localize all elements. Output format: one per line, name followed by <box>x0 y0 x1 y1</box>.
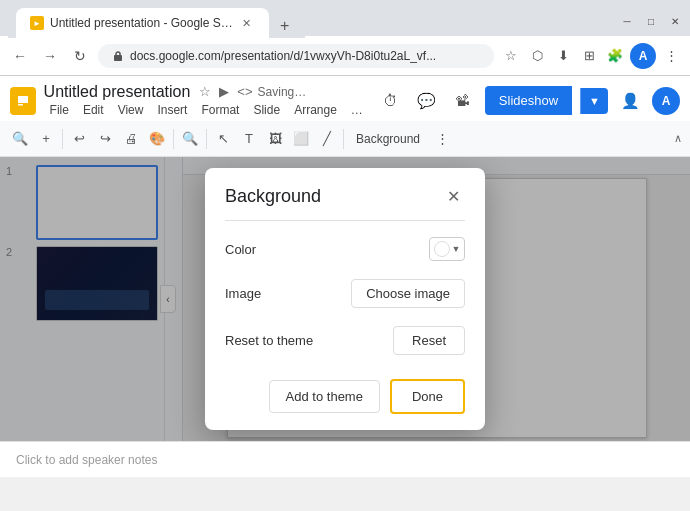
slideshow-button[interactable]: Slideshow <box>485 86 572 115</box>
tab-favicon: ► <box>30 16 44 30</box>
menu-format[interactable]: Format <box>195 101 245 119</box>
menu-arrange[interactable]: Arrange <box>288 101 343 119</box>
background-dialog: Background ✕ Color ▼ <box>205 168 485 430</box>
modal-title: Background <box>225 186 321 207</box>
zoom-out-btn[interactable]: 🔍 <box>8 127 32 151</box>
slides-logo-icon <box>15 93 31 109</box>
tab-title: Untitled presentation - Google S… <box>50 16 233 30</box>
star-icon[interactable]: ☆ <box>196 82 214 101</box>
reset-button[interactable]: Reset <box>393 326 465 355</box>
svg-rect-2 <box>18 96 28 103</box>
user-avatar[interactable]: A <box>652 87 680 115</box>
speaker-notes-placeholder: Click to add speaker notes <box>16 453 157 467</box>
puzzle-icon[interactable]: 🧩 <box>604 45 626 67</box>
choose-image-button[interactable]: Choose image <box>351 279 465 308</box>
slides-logo <box>10 87 36 115</box>
extensions-icon[interactable]: ⊞ <box>578 45 600 67</box>
color-picker-button[interactable]: ▼ <box>429 237 465 261</box>
maximize-button[interactable]: □ <box>644 14 658 28</box>
menu-more[interactable]: … <box>345 101 369 119</box>
format-toolbar: 🔍 + ↩ ↪ 🖨 🎨 🔍 ↖ T 🖼 ⬜ ╱ Background ⋮ ∧ <box>0 121 690 157</box>
shape-btn[interactable]: ⬜ <box>289 127 313 151</box>
saving-status: Saving… <box>258 85 307 99</box>
bookmark-icon[interactable]: ☆ <box>500 45 522 67</box>
slideshow-icon[interactable]: ▶ <box>216 82 232 101</box>
share-icon[interactable]: ⬡ <box>526 45 548 67</box>
svg-rect-3 <box>18 104 23 106</box>
more-options-btn[interactable]: ⋮ <box>430 127 454 151</box>
modal-overlay: Background ✕ Color ▼ <box>0 157 690 441</box>
menu-slide[interactable]: Slide <box>247 101 286 119</box>
menu-view[interactable]: View <box>112 101 150 119</box>
modal-body: Color ▼ Image Choose image Reset to them… <box>205 221 485 371</box>
minimize-button[interactable]: ─ <box>620 14 634 28</box>
present-icon[interactable]: 📽 <box>449 87 477 115</box>
tab-close-btn[interactable]: ✕ <box>239 15 255 31</box>
separator-2 <box>173 129 174 149</box>
url-text: docs.google.com/presentation/d/1vwxyVh-D… <box>130 49 436 63</box>
add-to-theme-button[interactable]: Add to theme <box>269 380 380 413</box>
profile-button[interactable]: A <box>630 43 656 69</box>
color-dropdown-icon: ▼ <box>452 244 461 254</box>
image-label: Image <box>225 286 261 301</box>
menu-button[interactable]: ⋮ <box>660 45 682 67</box>
app-title-area: Untitled presentation ☆ ▶ <> Saving… Fil… <box>44 82 369 119</box>
undo-btn[interactable]: ↩ <box>67 127 91 151</box>
modal-close-button[interactable]: ✕ <box>441 184 465 208</box>
image-btn[interactable]: 🖼 <box>263 127 287 151</box>
url-field[interactable]: docs.google.com/presentation/d/1vwxyVh-D… <box>98 44 494 68</box>
address-bar: ← → ↻ docs.google.com/presentation/d/1vw… <box>0 36 690 76</box>
menu-insert[interactable]: Insert <box>151 101 193 119</box>
menu-file[interactable]: File <box>44 101 75 119</box>
menu-bar: File Edit View Insert Format Slide Arran… <box>44 101 369 119</box>
main-content: 1 2 ‹ <box>0 157 690 441</box>
app-header: Untitled presentation ☆ ▶ <> Saving… Fil… <box>0 76 690 121</box>
reset-row: Reset to theme Reset <box>225 326 465 355</box>
collapse-btn[interactable]: ∧ <box>674 132 682 145</box>
speaker-notes[interactable]: Click to add speaker notes <box>0 441 690 477</box>
svg-rect-0 <box>114 55 122 61</box>
redo-btn[interactable]: ↪ <box>93 127 117 151</box>
print-btn[interactable]: 🖨 <box>119 127 143 151</box>
new-tab-button[interactable]: + <box>273 14 297 38</box>
image-row: Image Choose image <box>225 279 465 308</box>
menu-edit[interactable]: Edit <box>77 101 110 119</box>
back-button[interactable]: ← <box>8 44 32 68</box>
forward-button[interactable]: → <box>38 44 62 68</box>
code-icon[interactable]: <> <box>234 82 255 101</box>
history-icon[interactable]: ⏱ <box>377 87 405 115</box>
modal-footer: Add to theme Done <box>205 371 485 430</box>
separator-4 <box>343 129 344 149</box>
text-btn[interactable]: T <box>237 127 261 151</box>
slideshow-dropdown-button[interactable]: ▼ <box>580 88 608 114</box>
close-button[interactable]: ✕ <box>668 14 682 28</box>
zoom-level-btn[interactable]: 🔍 <box>178 127 202 151</box>
color-label: Color <box>225 242 256 257</box>
comments-icon[interactable]: 💬 <box>413 87 441 115</box>
line-btn[interactable]: ╱ <box>315 127 339 151</box>
zoom-in-btn[interactable]: + <box>34 127 58 151</box>
add-account-icon[interactable]: 👤 <box>616 87 644 115</box>
app-title-text: Untitled presentation <box>44 83 191 101</box>
lock-icon <box>112 50 124 62</box>
active-tab[interactable]: ► Untitled presentation - Google S… ✕ <box>16 8 269 38</box>
modal-header: Background ✕ <box>205 168 485 220</box>
color-row: Color ▼ <box>225 237 465 261</box>
refresh-button[interactable]: ↻ <box>68 44 92 68</box>
separator-3 <box>206 129 207 149</box>
reset-label: Reset to theme <box>225 333 313 348</box>
color-swatch <box>434 241 450 257</box>
header-right: ⏱ 💬 📽 Slideshow ▼ 👤 A <box>377 86 680 115</box>
background-toolbar-button[interactable]: Background <box>348 130 428 148</box>
done-button[interactable]: Done <box>390 379 465 414</box>
download-icon[interactable]: ⬇ <box>552 45 574 67</box>
cursor-btn[interactable]: ↖ <box>211 127 235 151</box>
separator-1 <box>62 129 63 149</box>
paint-format-btn[interactable]: 🎨 <box>145 127 169 151</box>
